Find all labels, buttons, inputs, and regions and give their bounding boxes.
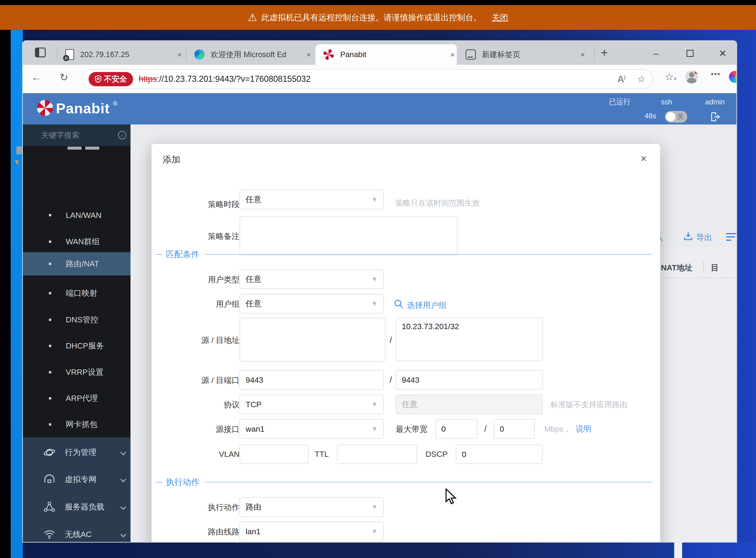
background-window-edge	[674, 542, 682, 558]
uptime-label: 已运行	[609, 97, 631, 107]
dst-addr-textarea[interactable]: 10.23.73.201/32	[396, 318, 543, 361]
tab-ip[interactable]: ⊘ 202.79.167.25 ×	[59, 44, 184, 65]
tab-panabit-active[interactable]: Panabit ×	[316, 44, 457, 65]
mouse-cursor	[444, 488, 458, 505]
warning-triangle-icon: ⚠	[248, 12, 257, 23]
sidebar-item-arp[interactable]: ARP代理	[23, 390, 131, 407]
refresh-icon[interactable]: ↻	[60, 71, 68, 83]
time-range-select[interactable]: 任意▼	[240, 190, 384, 209]
export-link[interactable]: 导出	[696, 232, 712, 243]
vpn-arch-icon	[43, 474, 55, 485]
port-separator: /	[390, 375, 392, 385]
chevron-icon	[120, 449, 126, 455]
new-tab-button[interactable]: +	[601, 46, 608, 60]
chevron-icon	[120, 476, 126, 482]
sidebar-group-wireless[interactable]: 无线AC	[23, 521, 131, 542]
export-icon	[683, 231, 694, 242]
user-group-label: 用户组	[163, 299, 240, 309]
url-text: https://10.23.73.201:9443/?v=17608081550…	[139, 74, 311, 84]
maximize-button[interactable]	[680, 45, 701, 61]
bandwidth-down-input[interactable]: 0	[494, 419, 535, 439]
bandwidth-help-link[interactable]: 说明	[576, 424, 592, 434]
sort-filter-icon[interactable]	[726, 233, 736, 241]
clipped-menu-item	[85, 147, 99, 150]
protocol-label: 协议	[163, 400, 240, 410]
banner-close-link[interactable]: 关闭	[492, 12, 508, 23]
tab-close-icon[interactable]: ×	[175, 50, 184, 59]
tab-close-icon[interactable]: ×	[304, 50, 313, 59]
sidebar-item-vrrp[interactable]: VRRP设置	[23, 364, 131, 381]
read-aloud-icon[interactable]: A)	[618, 74, 625, 84]
copilot-icon[interactable]	[729, 71, 736, 83]
ttl-input[interactable]	[337, 445, 417, 464]
sidebar-group-behavior[interactable]: 行为管理	[23, 439, 131, 466]
modal-close-icon[interactable]: ×	[641, 152, 647, 165]
desktop-left-black-strip	[0, 30, 11, 558]
sidebar-item-dns[interactable]: DNS管控	[23, 311, 131, 328]
shield-icon	[95, 75, 102, 83]
route-line-select[interactable]: lan1▼	[240, 522, 384, 541]
tab-close-icon[interactable]: ×	[448, 50, 457, 59]
tab-edge-welcome[interactable]: 欢迎使用 Microsoft Ed ×	[188, 44, 313, 65]
action-label: 执行动作	[163, 502, 240, 513]
sidebar-item-route-nat[interactable]: 路由/NAT	[23, 252, 131, 276]
protocol-hint: 标准版不支持应用路由	[550, 400, 627, 410]
search-icon[interactable]: ⌕	[118, 131, 126, 140]
user-type-select[interactable]: 任意▼	[240, 270, 384, 289]
panabit-header: Panabit ® 已运行 ssh admin 48s 关	[23, 93, 736, 124]
protocol-select[interactable]: TCP▼	[240, 395, 384, 414]
vlan-input[interactable]	[240, 445, 309, 464]
user-group-select[interactable]: 任意▼	[240, 294, 384, 313]
sidebar-item-lanwan[interactable]: LAN/WAN	[23, 207, 131, 224]
dscp-label: DSCP	[425, 450, 447, 459]
src-addr-textarea[interactable]	[240, 318, 386, 361]
back-icon[interactable]: ←	[31, 71, 42, 83]
sidebar-item-dhcp[interactable]: DHCP服务	[23, 337, 131, 354]
browser-window: ⊘ 202.79.167.25 × 欢迎使用 Microsoft Ed × Pa…	[23, 41, 736, 542]
dscp-input[interactable]: 0	[456, 445, 543, 464]
workspaces-icon[interactable]	[35, 48, 46, 57]
top-black-bar	[0, 0, 756, 5]
minimize-button[interactable]: –	[646, 45, 667, 61]
src-port-input[interactable]: 9443	[240, 370, 384, 390]
admin-user-label: admin	[705, 98, 725, 106]
desktop-bottom-right	[682, 542, 756, 558]
sidebar-item-port-mapping[interactable]: 端口映射	[23, 285, 131, 302]
favorites-bar-icon[interactable]: ☆≡	[664, 71, 676, 83]
inbound-if-select[interactable]: wan1▼	[240, 419, 384, 439]
inbound-if-label: 源接口	[163, 424, 240, 435]
more-menu-icon[interactable]: •••	[711, 70, 721, 79]
pick-user-group-link[interactable]: 选择用户组	[407, 300, 446, 311]
sidebar-group-slb[interactable]: 服务器负载	[23, 493, 131, 521]
sidebar-group-vpn[interactable]: 虚拟专网	[23, 466, 131, 493]
browser-toolbar: ← ↻ 不安全 https://10.23.73.201:9443/?v=176…	[23, 65, 736, 93]
ssh-toggle[interactable]: 关	[665, 111, 687, 123]
sidebar-item-pcap[interactable]: 网卡抓包	[23, 416, 131, 433]
address-bar[interactable]: 不安全 https://10.23.73.201:9443/?v=1760808…	[82, 69, 653, 89]
keyword-search-input[interactable]: 关键字搜索	[23, 124, 131, 146]
favorite-star-icon[interactable]: ☆	[637, 74, 646, 84]
chevron-icon	[120, 531, 126, 537]
dst-port-input[interactable]: 9443	[396, 370, 543, 390]
panabit-umbrella-icon	[37, 100, 53, 116]
sidebar-item-wangroup[interactable]: WAN群组	[23, 233, 131, 250]
tab-close-icon[interactable]: ×	[578, 50, 587, 59]
addr-separator: /	[390, 335, 392, 345]
panabit-logo: Panabit ®	[37, 100, 118, 117]
route-line-label: 路由线路	[163, 527, 240, 537]
addr-label: 源 / 目地址	[163, 335, 240, 346]
bandwidth-up-input[interactable]: 0	[435, 419, 477, 439]
app-protocol-input-disabled: 任意	[396, 395, 543, 414]
not-secure-badge[interactable]: 不安全	[88, 72, 133, 86]
profile-avatar[interactable]	[685, 70, 698, 83]
ttl-label: TTL	[315, 450, 329, 459]
action-select[interactable]: 路由▼	[240, 497, 384, 517]
user-type-label: 用户类型	[163, 274, 240, 285]
edge-favicon	[194, 49, 205, 60]
clipped-menu-item	[68, 147, 82, 150]
close-window-button[interactable]: ✕	[712, 45, 733, 61]
note-label: 策略备注	[163, 231, 240, 242]
planet-icon	[43, 446, 55, 458]
logout-icon[interactable]	[710, 111, 721, 122]
tab-new-tab-page[interactable]: 新建标签页 ×	[460, 44, 587, 65]
